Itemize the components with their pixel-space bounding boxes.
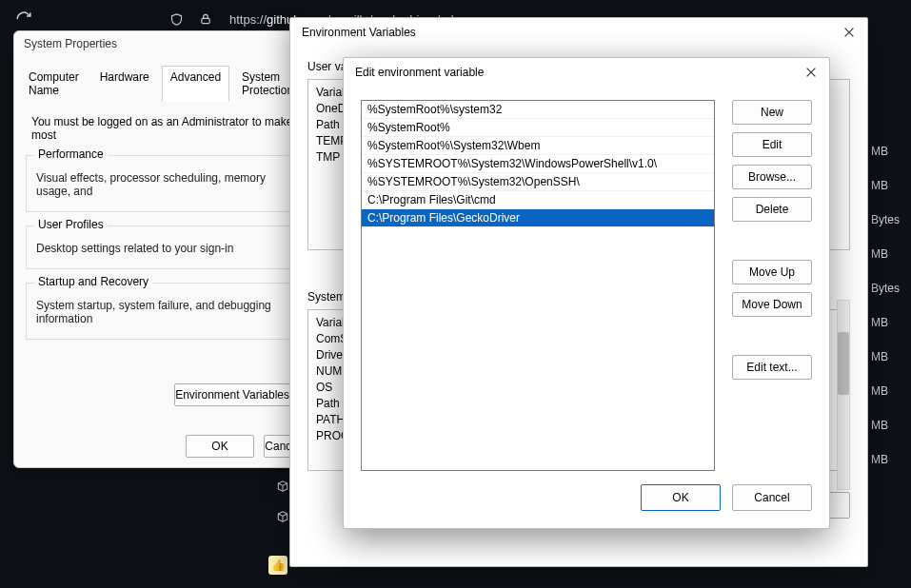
performance-legend: Performance: [34, 147, 108, 161]
lock-icon: [199, 12, 212, 26]
path-item[interactable]: %SystemRoot%\System32\Wbem: [362, 137, 714, 155]
edit-body: %SystemRoot%\system32 %SystemRoot% %Syst…: [344, 87, 829, 484]
unit: MB: [871, 382, 900, 400]
unit: MB: [871, 177, 900, 194]
delete-button[interactable]: Delete: [732, 197, 812, 222]
edit-text-button[interactable]: Edit text...: [732, 355, 812, 380]
admin-note: You must be logged on as an Administrato…: [31, 115, 300, 142]
sys-vars-scrollbar-thumb[interactable]: [838, 332, 849, 395]
user-profiles-desc: Desktop settings related to your sign-in: [36, 242, 289, 255]
thumbs-emoji: 👍: [271, 559, 286, 572]
edit-button[interactable]: Edit: [732, 132, 812, 157]
tab-hardware[interactable]: Hardware: [91, 66, 158, 102]
edit-footer: OK Cancel: [344, 484, 829, 524]
unit: MB: [871, 451, 900, 468]
startup-recovery-group: Startup and Recovery System startup, sys…: [26, 283, 300, 340]
edit-title-text: Edit environment variable: [355, 66, 484, 79]
reload-icon[interactable]: [15, 10, 32, 28]
path-item[interactable]: %SystemRoot%: [362, 119, 714, 137]
url-prefix: https://: [229, 12, 267, 27]
sysprops-footer: OK Cancel: [186, 435, 302, 458]
background-row-icons: [276, 480, 289, 523]
sysprops-ok-button[interactable]: OK: [186, 435, 254, 458]
path-item[interactable]: %SYSTEMROOT%\System32\WindowsPowerShell\…: [362, 155, 714, 173]
thumbs-up-reaction[interactable]: 👍: [268, 556, 287, 575]
unit: MB: [871, 417, 900, 434]
edit-ok-button[interactable]: OK: [641, 484, 721, 511]
env-title-text: Environment Variables: [302, 26, 416, 39]
edit-titlebar: Edit environment variable: [344, 58, 829, 87]
sysprops-body: You must be logged on as an Administrato…: [14, 102, 311, 340]
performance-group: Performance Visual effects, processor sc…: [26, 155, 300, 212]
env-titlebar: Environment Variables: [290, 18, 867, 47]
unit: MB: [871, 348, 900, 365]
unit: MB: [871, 143, 900, 160]
edit-env-var-dialog: Edit environment variable %SystemRoot%\s…: [343, 57, 830, 529]
move-up-button[interactable]: Move Up: [732, 260, 812, 284]
sysprops-tabs: Computer Name Hardware Advanced System P…: [14, 56, 311, 102]
edit-side-buttons: New Edit Browse... Delete Move Up Move D…: [732, 100, 812, 471]
package-icon: [276, 480, 289, 493]
sys-vars-scrollbar-track[interactable]: [837, 300, 850, 490]
svg-rect-0: [202, 18, 209, 23]
system-properties-dialog: System Properties Computer Name Hardware…: [13, 30, 312, 468]
unit: MB: [871, 314, 900, 331]
path-item[interactable]: %SYSTEMROOT%\System32\OpenSSH\: [362, 173, 714, 191]
user-profiles-legend: User Profiles: [34, 218, 108, 231]
startup-legend: Startup and Recovery: [34, 275, 152, 288]
tab-advanced[interactable]: Advanced: [162, 66, 229, 102]
background-size-column: MB MB Bytes MB Bytes MB MB MB MB MB: [871, 143, 900, 468]
new-button[interactable]: New: [732, 100, 812, 125]
unit: Bytes: [871, 280, 900, 297]
close-icon[interactable]: [842, 26, 856, 39]
path-item-selected[interactable]: C:\Program Files\GeckoDriver: [362, 209, 714, 227]
package-icon: [276, 510, 289, 523]
sysprops-title: System Properties: [14, 31, 311, 56]
browse-button[interactable]: Browse...: [732, 165, 812, 189]
unit: Bytes: [871, 211, 900, 228]
unit: MB: [871, 245, 900, 263]
edit-cancel-button[interactable]: Cancel: [732, 484, 812, 511]
path-item[interactable]: C:\Program Files\Git\cmd: [362, 191, 714, 209]
path-item[interactable]: %SystemRoot%\system32: [362, 101, 714, 119]
environment-variables-button[interactable]: Environment Variables...: [174, 383, 300, 406]
shield-icon[interactable]: [169, 12, 184, 27]
user-profiles-group: User Profiles Desktop settings related t…: [26, 225, 300, 269]
tab-computer-name[interactable]: Computer Name: [20, 66, 88, 102]
path-list[interactable]: %SystemRoot%\system32 %SystemRoot% %Syst…: [361, 100, 715, 471]
close-icon[interactable]: [804, 66, 818, 79]
startup-desc: System startup, system failure, and debu…: [36, 299, 289, 325]
move-down-button[interactable]: Move Down: [732, 292, 812, 317]
performance-desc: Visual effects, processor scheduling, me…: [36, 171, 289, 198]
